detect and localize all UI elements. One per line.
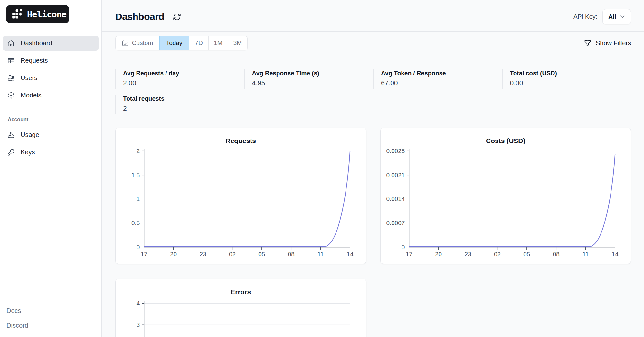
svg-text:17: 17: [405, 251, 412, 258]
svg-text:0.5: 0.5: [131, 220, 140, 226]
svg-text:0: 0: [401, 244, 405, 250]
svg-text:02: 02: [229, 251, 236, 258]
svg-text:1: 1: [137, 196, 140, 202]
sidebar-item-label: Usage: [21, 131, 39, 139]
svg-text:2: 2: [137, 148, 140, 154]
helicone-grid-icon: [11, 8, 24, 20]
errors-chart: 43: [116, 279, 366, 337]
home-icon: [7, 40, 15, 47]
svg-text:05: 05: [258, 251, 265, 258]
sidebar: Helicone Dashboard Requests Users: [0, 0, 102, 337]
sidebar-item-label: Keys: [21, 149, 35, 156]
svg-text:05: 05: [523, 251, 530, 258]
svg-text:0.0014: 0.0014: [386, 196, 405, 202]
metric-avg-token-response: Avg Token / Response 67.00: [373, 69, 502, 89]
beaker-icon: [7, 131, 15, 139]
svg-text:08: 08: [288, 251, 295, 258]
costs-chart: 0.00280.00210.00140.00070172023020508111…: [381, 128, 631, 264]
svg-text:11: 11: [317, 251, 324, 258]
svg-text:14: 14: [611, 251, 618, 258]
metric-label: Total cost (USD): [510, 69, 631, 77]
account-section-label: Account: [8, 117, 99, 123]
metric-value: 2.00: [123, 78, 244, 88]
metric-total-cost: Total cost (USD) 0.00: [502, 69, 631, 89]
refresh-button[interactable]: [173, 13, 181, 21]
svg-text:02: 02: [494, 251, 500, 258]
svg-text:11: 11: [582, 251, 589, 258]
metric-total-requests: Total requests 2: [115, 95, 244, 114]
svg-text:17: 17: [141, 251, 147, 258]
custom-range-label: Custom: [132, 40, 153, 47]
api-key-select[interactable]: All: [602, 9, 631, 24]
helicone-logo[interactable]: Helicone: [6, 5, 69, 23]
sidebar-item-models[interactable]: Models: [3, 88, 99, 103]
svg-text:23: 23: [464, 251, 471, 258]
sidebar-item-usage[interactable]: Usage: [3, 127, 99, 142]
requests-chart-card: 21.510.501720230205081114 Requests: [115, 128, 366, 264]
metric-label: Total requests: [123, 95, 244, 103]
sidebar-item-keys[interactable]: Keys: [3, 145, 99, 160]
chart-title: Costs (USD): [381, 137, 631, 145]
range-3m-button[interactable]: 3M: [228, 36, 247, 50]
metrics-row-1: Avg Requests / day 2.00 Avg Response Tim…: [115, 69, 631, 89]
sidebar-footer: Docs Discord: [0, 307, 101, 337]
sidebar-item-label: Users: [21, 74, 37, 82]
metric-value: 4.95: [252, 78, 374, 88]
discord-link[interactable]: Discord: [6, 322, 101, 329]
sidebar-item-label: Models: [21, 92, 41, 99]
metric-avg-requests-day: Avg Requests / day 2.00: [115, 69, 244, 89]
chevron-down-icon: [620, 14, 625, 20]
sidebar-item-dashboard[interactable]: Dashboard: [3, 36, 99, 51]
header-divider: [102, 31, 644, 32]
metric-value: 0.00: [510, 78, 631, 88]
metric-value: 67.00: [381, 78, 502, 88]
metric-label: Avg Requests / day: [123, 69, 244, 77]
main-content: Dashboard API Key: All Cu: [102, 0, 644, 337]
custom-range-button[interactable]: Custom: [116, 36, 159, 50]
sidebar-item-label: Requests: [21, 57, 48, 64]
cube-icon: [7, 92, 15, 99]
svg-text:08: 08: [553, 251, 559, 258]
page-title: Dashboard: [115, 11, 164, 22]
sidebar-nav: Dashboard Requests Users Models Account: [0, 36, 101, 160]
svg-text:0.0021: 0.0021: [386, 172, 405, 178]
sidebar-item-label: Dashboard: [21, 40, 52, 47]
sidebar-item-requests[interactable]: Requests: [3, 53, 99, 68]
range-today-button[interactable]: Today: [159, 36, 189, 50]
sidebar-item-users[interactable]: Users: [3, 70, 99, 86]
svg-text:0.0007: 0.0007: [386, 220, 405, 226]
svg-text:23: 23: [200, 251, 206, 258]
time-range-selector: Custom Today 7D 1M 3M: [115, 36, 248, 50]
docs-link[interactable]: Docs: [6, 307, 101, 314]
calendar-icon: [122, 40, 129, 47]
metric-avg-response-time: Avg Response Time (s) 4.95: [244, 69, 374, 89]
charts-grid: 21.510.501720230205081114 Requests 0.002…: [115, 128, 631, 337]
svg-text:0: 0: [137, 244, 140, 250]
svg-text:1.5: 1.5: [131, 172, 140, 178]
costs-chart-card: 0.00280.00210.00140.00070172023020508111…: [380, 128, 631, 264]
metric-value: 2: [123, 104, 244, 113]
range-7d-button[interactable]: 7D: [189, 36, 209, 50]
errors-chart-card: 43 Errors: [115, 279, 366, 337]
show-filters-label: Show Filters: [596, 40, 631, 47]
svg-text:20: 20: [435, 251, 442, 258]
show-filters-button[interactable]: Show Filters: [584, 39, 631, 47]
metric-label: Avg Response Time (s): [252, 69, 374, 77]
metrics-row-2: Total requests 2: [115, 95, 631, 114]
users-icon: [7, 74, 15, 82]
table-icon: [7, 57, 15, 64]
metric-label: Avg Token / Response: [381, 69, 502, 77]
svg-text:0.0028: 0.0028: [386, 148, 405, 154]
chart-title: Errors: [116, 288, 366, 296]
brand-name: Helicone: [27, 9, 66, 19]
funnel-icon: [584, 39, 592, 47]
range-1m-button[interactable]: 1M: [209, 36, 228, 50]
api-key-label: API Key:: [573, 13, 597, 20]
refresh-icon: [173, 13, 181, 21]
api-key-value: All: [608, 13, 616, 20]
svg-text:20: 20: [170, 251, 177, 258]
chart-title: Requests: [116, 137, 366, 145]
requests-chart: 21.510.501720230205081114: [116, 128, 366, 264]
svg-text:3: 3: [137, 322, 140, 328]
svg-text:14: 14: [347, 251, 354, 258]
